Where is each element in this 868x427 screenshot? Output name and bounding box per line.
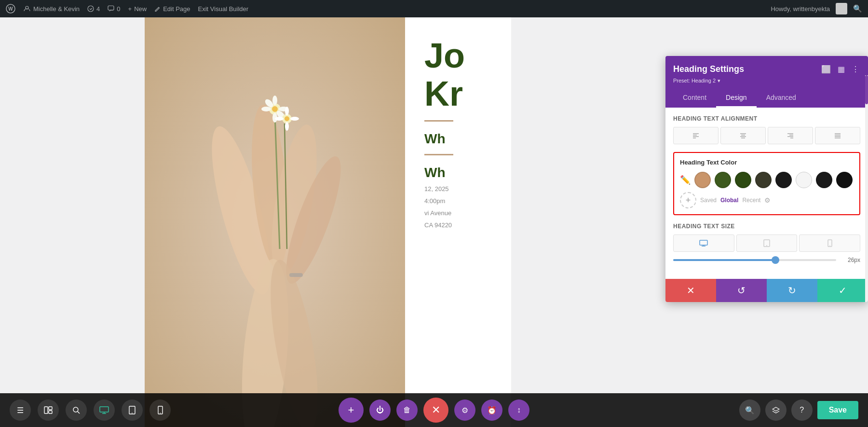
tab-content[interactable]: Content [673, 89, 716, 108]
device-desktop-btn[interactable] [673, 234, 734, 252]
modal-title: Heading Settings [673, 64, 744, 74]
address-1: vi Avenue [424, 209, 497, 217]
swatch-off-white[interactable] [796, 172, 812, 188]
revisions[interactable]: 4 [87, 5, 100, 13]
toolbar-power-btn[interactable]: ⏻ [369, 399, 391, 421]
toolbar-menu-btn[interactable]: ☰ [10, 399, 31, 421]
modal-columns-icon[interactable]: ▦ [837, 64, 846, 75]
svg-point-49 [766, 245, 767, 246]
heading-text-1: Jo [424, 37, 497, 75]
redo-button[interactable]: ↻ [767, 279, 817, 302]
toolbar-desktop-btn[interactable] [94, 399, 115, 421]
new-button[interactable]: + New [128, 5, 147, 13]
svg-point-18 [261, 107, 271, 111]
svg-point-25 [285, 122, 289, 131]
delete-button[interactable]: ✕ [665, 279, 716, 302]
toolbar-add-btn[interactable]: + [339, 398, 364, 423]
undo-button[interactable]: ↺ [716, 279, 767, 302]
modal-expand-icon[interactable]: ⬜ [820, 64, 832, 75]
address-2: CA 94220 [424, 221, 497, 229]
svg-point-24 [285, 107, 289, 115]
subheading-1: Wh [424, 131, 497, 147]
toolbar-layout-btn[interactable] [38, 399, 59, 421]
slider-thumb[interactable] [772, 256, 779, 264]
toolbar-responsive-btn[interactable]: ↕ [508, 399, 529, 421]
tab-design[interactable]: Design [716, 89, 757, 108]
toolbar-center: + ⏻ 🗑 ✕ ⚙ ⏰ ↕ [339, 398, 529, 423]
eyedropper-icon[interactable]: ✏️ [680, 175, 691, 185]
page-content: Jo Kr Wh Wh 12, 2025 4:00pm vi Avenue CA… [0, 17, 656, 427]
toolbar-right: 🔍 ? Save [739, 399, 858, 421]
swatch-tan[interactable] [694, 172, 711, 188]
swatch-dark-olive[interactable] [755, 172, 772, 188]
modal-tabs: Content Design Advanced [673, 89, 860, 108]
device-mobile-btn[interactable] [799, 234, 860, 252]
add-color-btn[interactable]: + [680, 192, 696, 208]
modal-scrollbar[interactable] [865, 56, 868, 302]
color-tab-recent[interactable]: Recent [742, 197, 760, 204]
swatch-near-black[interactable] [775, 172, 792, 188]
scrollbar-track [865, 75, 868, 302]
svg-rect-52 [44, 407, 48, 413]
comments[interactable]: 0 [108, 5, 120, 13]
exit-builder-link[interactable]: Exit Visual Builder [198, 5, 249, 13]
wp-logo[interactable]: W [6, 4, 15, 14]
swatch-darker-green[interactable] [735, 172, 751, 188]
size-slider[interactable] [673, 259, 836, 261]
color-section: Heading Text Color ✏️ + [673, 152, 860, 215]
divider-2 [424, 154, 453, 155]
swatch-dark-green[interactable] [715, 172, 731, 188]
confirm-button[interactable]: ✓ [817, 279, 868, 302]
heading-settings-modal: Heading Settings ⬜ ▦ ⋮ Preset: Heading 2… [665, 56, 868, 302]
heading-text-2: Kr [424, 75, 497, 113]
color-section-label: Heading Text Color [680, 159, 854, 166]
svg-line-56 [78, 412, 80, 413]
size-label: Heading Text Size [673, 223, 860, 230]
toolbar-mobile-btn[interactable] [149, 399, 171, 421]
svg-point-27 [290, 117, 299, 121]
modal-footer: ✕ ↺ ↻ ✓ [665, 279, 868, 302]
modal-header: Heading Settings ⬜ ▦ ⋮ Preset: Heading 2… [665, 56, 868, 108]
svg-rect-4 [108, 6, 114, 10]
size-slider-row: 26px [673, 257, 860, 263]
tab-advanced[interactable]: Advanced [757, 89, 806, 108]
svg-text:W: W [8, 6, 13, 12]
svg-rect-54 [49, 411, 52, 413]
color-tab-saved[interactable]: Saved [700, 197, 717, 204]
preset-selector[interactable]: Preset: Heading 2 ▾ [673, 77, 860, 84]
save-button[interactable]: Save [817, 401, 858, 419]
toolbar-close-btn[interactable]: ✕ [423, 398, 448, 423]
svg-point-55 [73, 407, 78, 412]
toolbar-search-btn[interactable] [66, 399, 87, 421]
align-left-btn[interactable] [673, 127, 719, 144]
color-settings-icon[interactable]: ⚙ [764, 196, 771, 204]
svg-rect-57 [100, 407, 108, 412]
toolbar-help-btn[interactable]: ? [791, 399, 813, 421]
toolbar-trash-btn[interactable]: 🗑 [396, 399, 418, 421]
scrollbar-thumb [865, 75, 868, 104]
toolbar-search2-btn[interactable]: 🔍 [739, 399, 760, 421]
alignment-label: Heading Text Alignment [673, 115, 860, 122]
page-text-area: Jo Kr Wh Wh 12, 2025 4:00pm vi Avenue CA… [410, 17, 511, 248]
toolbar-layers-btn[interactable] [765, 399, 787, 421]
edit-page-link[interactable]: Edit Page [154, 5, 190, 13]
device-options [673, 234, 860, 252]
avatar[interactable] [836, 3, 847, 14]
toolbar-settings-btn[interactable]: ⚙ [454, 399, 475, 421]
svg-point-23 [285, 116, 289, 121]
align-center-btn[interactable] [720, 127, 766, 144]
align-justify-btn[interactable] [815, 127, 860, 144]
site-name[interactable]: Michelle & Kevin [23, 5, 80, 13]
admin-search-icon[interactable]: 🔍 [853, 4, 862, 13]
swatch-black[interactable] [816, 172, 832, 188]
align-right-btn[interactable] [768, 127, 813, 144]
toolbar-tablet-btn[interactable] [122, 399, 143, 421]
toolbar-history-btn[interactable]: ⏰ [481, 399, 502, 421]
device-tablet-btn[interactable] [736, 234, 798, 252]
swatch-darkest[interactable] [836, 172, 853, 188]
admin-bar: W Michelle & Kevin 4 0 + New Edit Page E… [0, 0, 868, 17]
modal-more-icon[interactable]: ⋮ [851, 64, 860, 75]
divider-1 [424, 120, 453, 122]
hero-image [145, 17, 405, 427]
color-tab-global[interactable]: Global [720, 197, 738, 204]
